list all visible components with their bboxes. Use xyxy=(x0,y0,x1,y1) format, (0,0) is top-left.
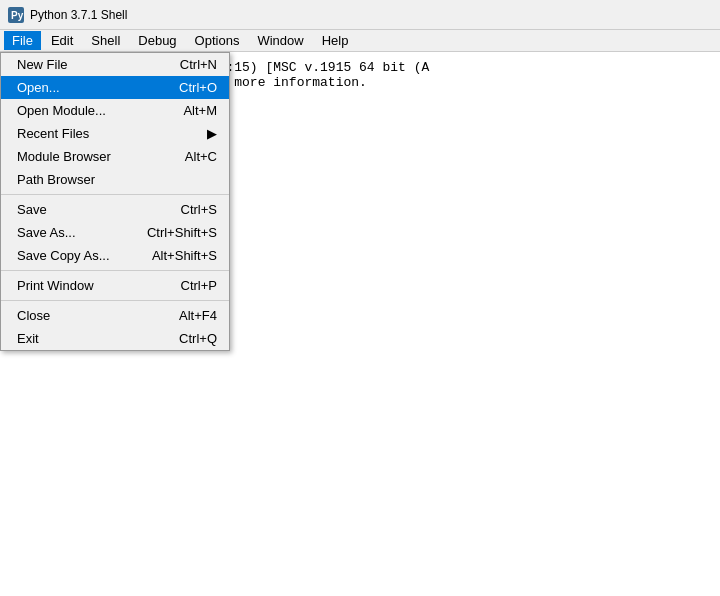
menu-open-module[interactable]: Open Module... Alt+M xyxy=(1,99,229,122)
menu-recent-files[interactable]: Recent Files ▶ xyxy=(1,122,229,145)
menu-save[interactable]: Save Ctrl+S xyxy=(1,198,229,221)
separator-1 xyxy=(1,194,229,195)
menu-open[interactable]: Open... Ctrl+O xyxy=(1,76,229,99)
svg-text:Py: Py xyxy=(11,10,24,21)
separator-3 xyxy=(1,300,229,301)
title-bar-title: Python 3.7.1 Shell xyxy=(30,8,127,22)
menu-help[interactable]: Help xyxy=(314,31,357,50)
menu-debug[interactable]: Debug xyxy=(130,31,184,50)
menu-save-copy-as[interactable]: Save Copy As... Alt+Shift+S xyxy=(1,244,229,267)
menu-module-browser[interactable]: Module Browser Alt+C xyxy=(1,145,229,168)
menu-close[interactable]: Close Alt+F4 xyxy=(1,304,229,327)
menu-options[interactable]: Options xyxy=(187,31,248,50)
separator-2 xyxy=(1,270,229,271)
menu-bar: File Edit Shell Debug Options Window Hel… xyxy=(0,30,720,52)
python-icon: Py xyxy=(8,7,24,23)
menu-file[interactable]: File xyxy=(4,31,41,50)
menu-shell[interactable]: Shell xyxy=(83,31,128,50)
title-bar: Py Python 3.7.1 Shell xyxy=(0,0,720,30)
file-dropdown-menu: New File Ctrl+N Open... Ctrl+O Open Modu… xyxy=(0,52,230,351)
menu-window[interactable]: Window xyxy=(249,31,311,50)
menu-exit[interactable]: Exit Ctrl+Q xyxy=(1,327,229,350)
menu-path-browser[interactable]: Path Browser xyxy=(1,168,229,191)
menu-save-as[interactable]: Save As... Ctrl+Shift+S xyxy=(1,221,229,244)
menu-new-file[interactable]: New File Ctrl+N xyxy=(1,53,229,76)
menu-edit[interactable]: Edit xyxy=(43,31,81,50)
menu-print-window[interactable]: Print Window Ctrl+P xyxy=(1,274,229,297)
